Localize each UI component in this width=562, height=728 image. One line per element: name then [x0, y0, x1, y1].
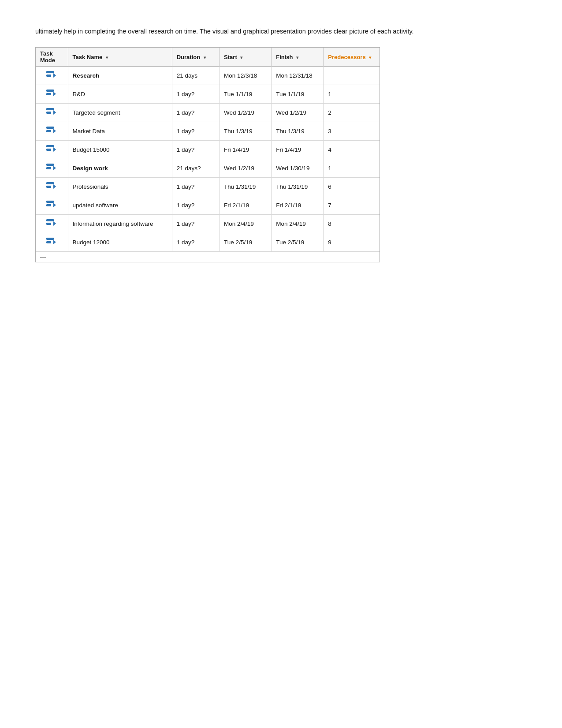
task-start-cell: Fri 2/1/19: [220, 196, 272, 215]
task-mode-icon: [45, 126, 58, 135]
task-name-cell: Professionals: [68, 178, 172, 196]
task-finish-cell: Thu 1/3/19: [272, 122, 324, 141]
task-start-cell: Tue 1/1/19: [220, 85, 272, 104]
task-duration-cell: 1 day?: [172, 85, 219, 104]
task-mode-icon: [45, 181, 58, 191]
col-header-task-name-label: Task Name: [73, 54, 103, 60]
task-finish-cell: Mon 12/31/18: [272, 67, 324, 85]
task-mode-icon: [45, 70, 58, 80]
task-predecessors-cell: 7: [324, 196, 380, 215]
task-predecessors-cell: [324, 67, 380, 85]
col-header-task-mode[interactable]: TaskMode: [36, 48, 68, 67]
task-table-wrapper: TaskMode Task Name ▾ Duration ▾ Start ▾ …: [35, 47, 380, 262]
svg-rect-45: [47, 238, 54, 240]
task-start-cell: Mon 12/3/18: [220, 67, 272, 85]
svg-point-48: [46, 238, 48, 240]
task-name-sort-arrow: ▾: [106, 55, 108, 60]
task-duration-cell: 1 day?: [172, 122, 219, 141]
task-name-text: Design work: [73, 165, 108, 172]
task-mode-icon: [45, 89, 58, 98]
task-name-text: R&D: [73, 91, 86, 97]
task-finish-cell: Thu 1/31/19: [272, 178, 324, 196]
task-start-cell: Wed 1/2/19: [220, 159, 272, 178]
svg-point-23: [46, 146, 48, 147]
svg-marker-42: [53, 221, 56, 226]
task-name-text: Budget 15000: [73, 146, 110, 153]
task-table: TaskMode Task Name ▾ Duration ▾ Start ▾ …: [36, 48, 380, 262]
task-predecessors-cell: 8: [324, 215, 380, 233]
finish-sort-arrow: ▾: [296, 55, 298, 60]
task-finish-cell: Tue 1/1/19: [272, 85, 324, 104]
svg-point-43: [46, 220, 48, 221]
col-header-start[interactable]: Start ▾: [220, 48, 272, 67]
task-name-cell: Budget 15000: [68, 141, 172, 159]
task-start-cell: Fri 1/4/19: [220, 141, 272, 159]
svg-point-33: [46, 183, 48, 184]
svg-marker-17: [53, 129, 56, 133]
task-duration-cell: 1 day?: [172, 178, 219, 196]
task-mode-icon: [45, 218, 58, 228]
table-header-row: TaskMode Task Name ▾ Duration ▾ Start ▾ …: [36, 48, 380, 67]
task-mode-cell: [36, 196, 68, 215]
svg-rect-30: [47, 182, 54, 184]
task-name-text: Research: [73, 72, 100, 79]
svg-rect-0: [47, 71, 54, 73]
task-predecessors-cell: 6: [324, 178, 380, 196]
task-duration-cell: 1 day?: [172, 104, 219, 122]
duration-sort-arrow: ▾: [204, 55, 206, 60]
predecessors-sort-arrow: ▾: [369, 55, 371, 60]
task-mode-cell: [36, 67, 68, 85]
table-bottom-row: —: [36, 252, 380, 262]
svg-rect-40: [47, 219, 54, 221]
task-name-text: Budget 12000: [73, 239, 110, 246]
svg-rect-10: [47, 108, 54, 110]
task-finish-cell: Wed 1/30/19: [272, 159, 324, 178]
task-mode-cell: [36, 233, 68, 252]
svg-point-3: [46, 71, 48, 73]
svg-point-39: [46, 205, 48, 206]
table-row: Design work21 days?Wed 1/2/19Wed 1/30/19…: [36, 159, 380, 178]
col-header-task-mode-label: TaskMode: [40, 50, 55, 63]
col-header-start-label: Start: [224, 54, 237, 60]
task-predecessors-cell: 1: [324, 159, 380, 178]
col-header-predecessors-label: Predecessors: [328, 54, 365, 60]
svg-marker-37: [53, 203, 56, 207]
task-mode-icon: [45, 107, 58, 117]
task-predecessors-cell: 2: [324, 104, 380, 122]
table-row: Budget 120001 day?Tue 2/5/19Tue 2/5/199: [36, 233, 380, 252]
svg-point-8: [46, 90, 48, 92]
task-name-cell: Targeted segment: [68, 104, 172, 122]
task-name-text: Information regarding software: [73, 220, 153, 227]
col-header-task-name[interactable]: Task Name ▾: [68, 48, 172, 67]
table-bottom-dash: —: [36, 252, 380, 262]
svg-point-28: [46, 164, 48, 166]
task-duration-cell: 1 day?: [172, 196, 219, 215]
col-header-duration[interactable]: Duration ▾: [172, 48, 219, 67]
task-name-cell: R&D: [68, 85, 172, 104]
task-predecessors-cell: 3: [324, 122, 380, 141]
task-predecessors-cell: 9: [324, 233, 380, 252]
task-predecessors-cell: 1: [324, 85, 380, 104]
svg-marker-7: [53, 92, 56, 96]
task-mode-cell: [36, 215, 68, 233]
svg-marker-32: [53, 184, 56, 189]
svg-point-18: [46, 127, 48, 129]
svg-point-34: [46, 186, 48, 188]
task-mode-cell: [36, 141, 68, 159]
task-start-cell: Thu 1/31/19: [220, 178, 272, 196]
col-header-finish-label: Finish: [276, 54, 293, 60]
table-row: Professionals1 day?Thu 1/31/19Thu 1/31/1…: [36, 178, 380, 196]
svg-rect-15: [47, 127, 54, 129]
task-start-cell: Tue 2/5/19: [220, 233, 272, 252]
task-mode-cell: [36, 159, 68, 178]
col-header-duration-label: Duration: [177, 54, 200, 60]
svg-point-24: [46, 149, 48, 151]
task-name-cell: Design work: [68, 159, 172, 178]
task-name-text: Market Data: [73, 128, 105, 134]
svg-point-14: [46, 112, 48, 114]
task-name-text: Targeted segment: [73, 109, 120, 116]
task-mode-cell: [36, 85, 68, 104]
table-row: Information regarding software1 day?Mon …: [36, 215, 380, 233]
col-header-predecessors[interactable]: Predecessors ▾: [324, 48, 380, 67]
col-header-finish[interactable]: Finish ▾: [272, 48, 324, 67]
